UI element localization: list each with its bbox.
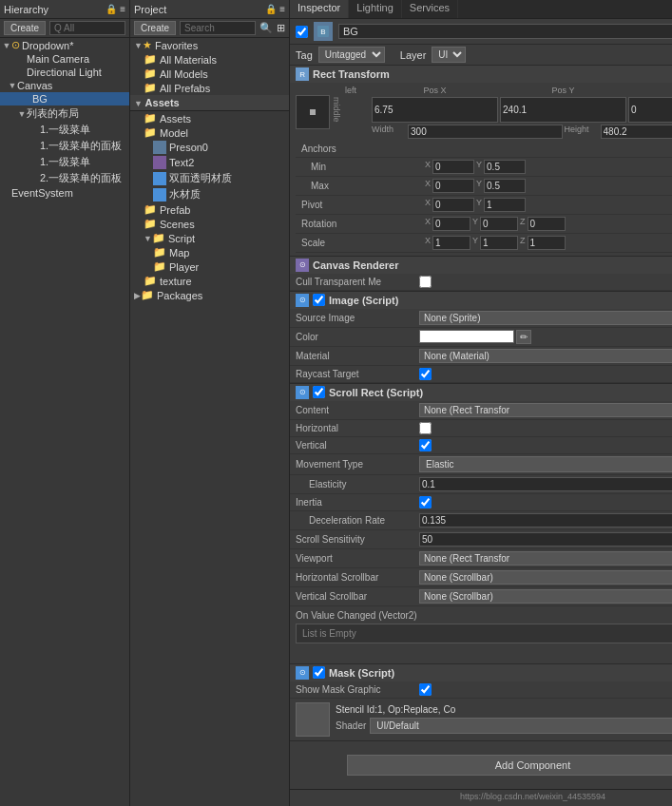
image-enabled-checkbox[interactable]: [313, 294, 325, 306]
project-player-folder[interactable]: 📁 Player: [130, 259, 289, 274]
hierarchy-search-input[interactable]: [49, 21, 125, 35]
project-search-input[interactable]: [180, 21, 256, 35]
project-create-button[interactable]: Create: [134, 21, 176, 35]
add-component-button[interactable]: Add Component: [347, 755, 672, 776]
rot-z-field[interactable]: [528, 217, 566, 231]
elasticity-field[interactable]: [419, 477, 672, 491]
max-label: Max: [301, 181, 425, 191]
tree-item-listview[interactable]: ▼ 列表的布局: [0, 106, 129, 122]
tree-item-label: BG: [32, 93, 48, 105]
tree-item-bg[interactable]: BG: [0, 92, 129, 106]
decel-field[interactable]: [419, 513, 672, 528]
posy-field[interactable]: [500, 97, 626, 123]
inertia-checkbox[interactable]: [419, 496, 432, 509]
rot-y-field[interactable]: [480, 217, 518, 231]
project-favorites-folder[interactable]: ▼ ★ Favorites: [130, 38, 289, 52]
canvas-renderer-header[interactable]: ⊙ Canvas Renderer ⊞ ⚙ ≡: [290, 257, 672, 274]
search-icon[interactable]: 🔍: [259, 22, 273, 34]
horizontal-checkbox[interactable]: [419, 422, 432, 434]
cull-checkbox[interactable]: [419, 276, 432, 288]
color-picker[interactable]: ✏: [516, 330, 531, 344]
mask-enabled-checkbox[interactable]: [313, 666, 325, 679]
max-values: X Y: [425, 179, 672, 193]
min-y-field[interactable]: [484, 160, 526, 174]
lock-icon[interactable]: 🔒: [106, 4, 117, 14]
tree-item-dropdown[interactable]: ▼ ⊙ Dropdown*: [0, 38, 129, 52]
scale-z-field[interactable]: [528, 236, 566, 250]
inspector-content: B Static Tag Untagged Layer UI: [290, 19, 672, 806]
project-scenes-folder[interactable]: 📁 Scenes: [130, 217, 289, 231]
max-y-field[interactable]: [484, 179, 526, 193]
project-texture-folder[interactable]: 📁 texture: [130, 274, 289, 288]
scroll-rect-header[interactable]: ⊙ Scroll Rect (Script) ⊞ ⚙ ≡: [290, 384, 672, 401]
raycast-checkbox[interactable]: [419, 368, 432, 380]
project-preson0[interactable]: Preson0: [130, 140, 289, 155]
movement-type-select[interactable]: Elastic: [419, 456, 672, 472]
active-checkbox[interactable]: [296, 26, 308, 38]
rect-transform-header[interactable]: R Rect Transform ⊞ ⚙ ≡: [290, 66, 672, 83]
tree-item-eventsystem[interactable]: EventSystem: [0, 186, 129, 200]
project-water-mat[interactable]: 水材质: [130, 186, 289, 202]
project-assets-folder[interactable]: 📁 Assets: [130, 111, 289, 125]
layout-icon[interactable]: ⊞: [277, 22, 285, 34]
show-mask-checkbox[interactable]: [419, 683, 432, 696]
image-script-header[interactable]: ⊙ Image (Script) ⊞ ⚙ ≡: [290, 292, 672, 309]
object-name-input[interactable]: [338, 24, 672, 39]
scroll-sens-field[interactable]: [419, 532, 672, 547]
canvas-renderer-section: ⊙ Canvas Renderer ⊞ ⚙ ≡ Cull Transparent…: [290, 257, 672, 292]
inertia-row: Inertia: [290, 494, 672, 511]
project-all-models[interactable]: 📁 All Models: [130, 67, 289, 81]
shader-select[interactable]: UI/Default: [370, 718, 672, 734]
project-all-prefabs[interactable]: 📁 All Prefabs: [130, 81, 289, 95]
width-field[interactable]: [408, 125, 563, 139]
tree-item-canvas[interactable]: ▼ Canvas: [0, 79, 129, 92]
tree-item-item1panel[interactable]: 1.一级菜单的面板: [0, 138, 129, 154]
tree-item-item2panel[interactable]: 2.一级菜单的面板: [0, 170, 129, 186]
x-label: X: [425, 217, 431, 231]
project-model-folder[interactable]: 📁 Model: [130, 125, 289, 140]
project-double-mat[interactable]: 双面透明材质: [130, 170, 289, 186]
tree-item-main-camera[interactable]: Main Camera: [0, 52, 129, 66]
source-image-row: Source Image None (Sprite) ⊙: [290, 309, 672, 328]
layer-select[interactable]: UI: [432, 47, 466, 63]
hierarchy-create-button[interactable]: Create: [4, 21, 46, 35]
tab-services[interactable]: Services: [402, 0, 458, 18]
tab-inspector[interactable]: Inspector: [290, 0, 349, 18]
tree-item-directional-light[interactable]: Directional Light: [0, 66, 129, 79]
pivot-y-field[interactable]: [484, 198, 526, 212]
rect-transform-icon: R: [296, 67, 309, 81]
project-text2[interactable]: Text2: [130, 155, 289, 170]
pivot-x-field[interactable]: [432, 198, 474, 212]
color-swatch[interactable]: [419, 330, 514, 343]
project-prefab-folder[interactable]: 📁 Prefab: [130, 202, 289, 217]
lock-icon[interactable]: 🔒: [265, 4, 277, 14]
project-map-folder[interactable]: 📁 Map: [130, 245, 289, 259]
project-packages-folder[interactable]: ▶ 📁 Packages: [130, 288, 289, 302]
menu-icon[interactable]: ≡: [279, 4, 285, 14]
rot-x-field[interactable]: [432, 217, 470, 231]
menu-icon[interactable]: ≡: [120, 4, 125, 14]
scale-y-field[interactable]: [480, 236, 518, 250]
s-icon: [153, 172, 166, 185]
mask-script-header[interactable]: ⊙ Mask (Script) ⊞ ⚙ ≡: [290, 664, 672, 681]
tree-item-item2[interactable]: 1.一级菜单: [0, 154, 129, 170]
source-image-value: None (Sprite) ⊙: [419, 311, 672, 325]
min-x-field[interactable]: [432, 160, 474, 174]
scale-x-field[interactable]: [432, 236, 470, 250]
posz-field[interactable]: [628, 97, 672, 123]
posx-field[interactable]: [372, 97, 498, 123]
folder-icon: 📁: [141, 289, 154, 301]
project-all-materials[interactable]: 📁 All Materials: [130, 52, 289, 67]
y-label: Y: [476, 198, 482, 212]
left-col-label: left: [332, 86, 370, 95]
star-icon: ⊙: [11, 39, 20, 51]
height-field[interactable]: [601, 125, 672, 139]
tag-select[interactable]: Untagged: [318, 47, 385, 63]
scroll-enabled-checkbox[interactable]: [313, 386, 325, 398]
vertical-checkbox[interactable]: [419, 439, 432, 451]
tree-item-item1[interactable]: 1.一级菜单: [0, 122, 129, 138]
project-script-folder[interactable]: ▼ 📁 Script: [130, 231, 289, 245]
max-x-field[interactable]: [432, 179, 474, 193]
width-row: Width Height: [372, 125, 672, 139]
tab-lighting[interactable]: Lighting: [349, 0, 402, 18]
